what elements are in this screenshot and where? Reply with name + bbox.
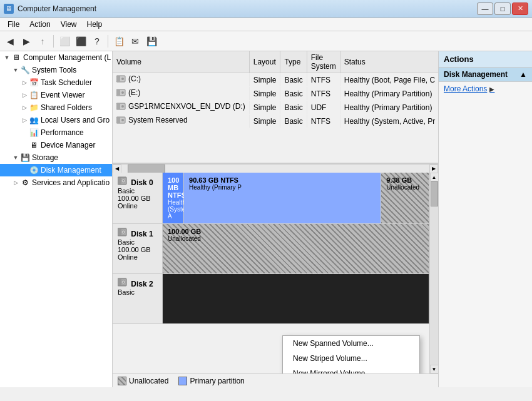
tree-label: Local Users and Gro: [41, 116, 110, 124]
partition-label: 100 MB NTFS: [168, 176, 178, 199]
cell-type: Basic: [280, 114, 307, 128]
actions-panel: Actions Disk Management ▲ More Actions ▶: [438, 51, 532, 387]
tree-event-viewer[interactable]: ▷ 📋 Event Viewer: [0, 89, 112, 101]
tree-local-users[interactable]: ▷ 👥 Local Users and Gro: [0, 114, 112, 126]
disk-partition[interactable]: 100.00 GB Unallocated: [163, 224, 429, 273]
users-icon: 👥: [29, 115, 39, 125]
partition-label: 100.00 GB: [168, 228, 424, 235]
maximize-button[interactable]: □: [494, 3, 511, 15]
svg-point-23: [123, 282, 124, 283]
tree-system-tools[interactable]: ▼ 🔧 System Tools: [0, 64, 112, 76]
disk-id: Disk 0: [118, 176, 157, 187]
svg-rect-13: [118, 178, 121, 184]
properties-button[interactable]: ⬛: [73, 34, 88, 49]
scroll-thumb[interactable]: [128, 165, 165, 173]
show-hide-button[interactable]: ⬜: [57, 34, 72, 49]
scheduler-icon: 📅: [29, 78, 39, 88]
disk-label: Disk 0 Basic 100.00 GB Online: [113, 173, 163, 223]
actions-collapse-icon[interactable]: ▲: [519, 70, 527, 79]
disk-row: Disk 1 Basic 100.00 GB Online 100.00 GB …: [113, 224, 429, 274]
svg-rect-17: [118, 229, 121, 235]
disk-partition[interactable]: 100 MB NTFS Healthy (System, A: [163, 173, 184, 223]
up-button[interactable]: ↑: [35, 34, 50, 49]
scroll-right-btn[interactable]: ▶: [429, 165, 438, 173]
legend-label-unalloc: Unallocated: [129, 377, 168, 385]
scroll-down-btn[interactable]: ▼: [430, 365, 439, 373]
minimize-button[interactable]: —: [477, 3, 493, 15]
cell-volume: (E:): [113, 87, 249, 101]
disk-area-wrapper: Disk 0 Basic 100.00 GB Online 100 MB NTF…: [113, 173, 438, 373]
event-icon: 📋: [29, 90, 39, 100]
col-volume: Volume: [113, 51, 249, 73]
disk-partition[interactable]: [163, 274, 429, 323]
tree-label: Device Manager: [41, 141, 95, 150]
scroll-up-btn[interactable]: ▲: [430, 173, 439, 181]
cell-status: Healthy (Primary Partition): [340, 101, 438, 114]
legend-primary: Primary partition: [178, 377, 244, 385]
perf-icon: 📊: [29, 128, 39, 138]
expand-icon: [20, 166, 29, 175]
svg-rect-10: [117, 118, 120, 123]
svg-rect-21: [118, 279, 121, 285]
context-menu-item[interactable]: New Spanned Volume...: [283, 336, 419, 351]
cell-layout: Simple: [249, 101, 280, 114]
tree-storage[interactable]: ▼ 💾 Storage: [0, 151, 112, 164]
scroll-left-btn[interactable]: ◀: [113, 165, 121, 173]
partition-sub: Unallocated: [386, 184, 424, 191]
disk-status: Online: [118, 202, 157, 210]
mail-button[interactable]: ✉: [128, 34, 143, 49]
tree-label: Task Scheduler: [41, 78, 92, 87]
more-actions-item[interactable]: More Actions ▶: [439, 82, 532, 96]
table-row[interactable]: System Reserved Simple Basic NTFS Health…: [113, 114, 438, 128]
tree-label: Storage: [32, 153, 58, 162]
scroll-track: [121, 165, 429, 173]
actions-section: Disk Management ▲: [439, 68, 532, 82]
disk-partition[interactable]: 9.38 GB Unallocated: [381, 173, 429, 223]
help-button[interactable]: ?: [90, 34, 105, 49]
h-scrollbar-top[interactable]: ◀ ▶: [113, 164, 438, 173]
tree-label: System Tools: [32, 66, 76, 74]
table-row[interactable]: GSP1RMCENXVOL_EN_DVD (D:) Simple Basic U…: [113, 101, 438, 114]
partition-label: 9.38 GB: [386, 176, 424, 184]
volume-icon: [116, 102, 126, 111]
svg-rect-1: [117, 76, 120, 81]
tree-shared-folders[interactable]: ▷ 📁 Shared Folders: [0, 101, 112, 114]
table-row[interactable]: (E:) Simple Basic NTFS Healthy (Primary …: [113, 87, 438, 101]
disk-drive-icon: [118, 176, 128, 185]
forward-button[interactable]: ▶: [19, 34, 34, 49]
v-scrollbar: ▲ ▼: [429, 173, 438, 373]
svg-rect-4: [117, 90, 120, 95]
menu-view[interactable]: View: [56, 19, 82, 30]
tree-root[interactable]: ▼ 🖥 Computer Management (L: [0, 51, 112, 64]
volume-icon: [116, 116, 126, 124]
tree-services[interactable]: ▷ ⚙ Services and Applicatio: [0, 176, 112, 189]
cell-fs: NTFS: [307, 114, 340, 128]
disk-id: Disk 1: [118, 228, 157, 238]
back-button[interactable]: ◀: [3, 34, 18, 49]
tree-device-manager[interactable]: 🖥 Device Manager: [0, 139, 112, 151]
menu-action[interactable]: Action: [24, 19, 55, 30]
table-row[interactable]: (C:) Simple Basic NTFS Healthy (Boot, Pa…: [113, 73, 438, 87]
partition-sub: Unallocated: [168, 235, 424, 242]
svg-rect-7: [117, 104, 120, 109]
menu-file[interactable]: File: [3, 19, 24, 30]
v-scroll-thumb[interactable]: [431, 181, 438, 206]
main-layout: ▼ 🖥 Computer Management (L ▼ 🔧 System To…: [0, 51, 532, 387]
context-menu-item[interactable]: New Striped Volume...: [283, 351, 419, 366]
cell-layout: Simple: [249, 114, 280, 128]
tree-performance[interactable]: 📊 Performance: [0, 126, 112, 139]
volume-icon: [116, 88, 126, 97]
expand-icon: ▼: [3, 53, 11, 62]
disk-partition[interactable]: 90.63 GB NTFS Healthy (Primary P: [184, 173, 381, 223]
tree-task-scheduler[interactable]: ▷ 📅 Task Scheduler: [0, 76, 112, 89]
context-menu-item[interactable]: New Mirrored Volume...: [283, 366, 419, 373]
tree-disk-management[interactable]: 💿 Disk Management: [0, 164, 112, 176]
save-button[interactable]: 💾: [144, 34, 159, 49]
disk-drive-icon: [118, 278, 128, 287]
export-button[interactable]: 📋: [111, 34, 126, 49]
tools-icon: 🔧: [20, 65, 30, 75]
cell-type: Basic: [280, 73, 307, 87]
actions-header: Actions: [439, 51, 532, 68]
menu-help[interactable]: Help: [82, 19, 108, 30]
close-button[interactable]: ✕: [512, 3, 528, 15]
